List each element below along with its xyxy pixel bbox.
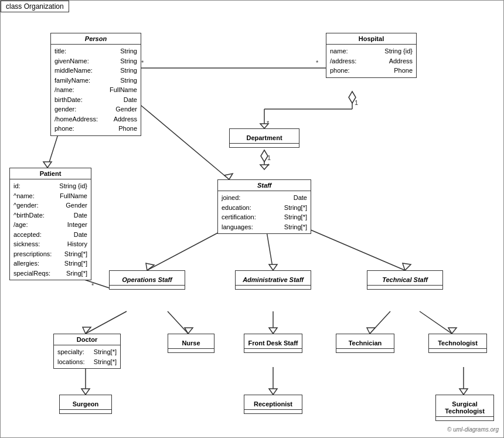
- svg-marker-42: [269, 389, 277, 395]
- department-title: Department: [230, 133, 299, 144]
- svg-marker-30: [83, 327, 91, 334]
- person-title: Person: [51, 33, 141, 45]
- svg-line-35: [370, 311, 390, 334]
- svg-line-29: [86, 311, 127, 334]
- svg-marker-18: [224, 174, 233, 179]
- person-box: Person title:String givenName:String mid…: [50, 33, 141, 136]
- svg-marker-11: [261, 150, 268, 162]
- technical-staff-title: Technical Staff: [367, 274, 442, 286]
- doctor-box: Doctor specialty:String[*] locations:Str…: [53, 334, 121, 369]
- technical-staff-box: Technical Staff: [367, 270, 443, 290]
- doctor-attrs: specialty:String[*] locations:String[*]: [54, 345, 120, 368]
- svg-marker-36: [367, 328, 375, 334]
- svg-marker-12: [260, 165, 268, 169]
- hospital-attrs: name:String {id} /address:Address phone:…: [326, 45, 416, 77]
- svg-marker-4: [260, 124, 268, 128]
- operations-staff-box: Operations Staff: [109, 270, 185, 290]
- svg-text:1: 1: [355, 99, 358, 106]
- patient-box: Patient id:String {id} ^name:FullName ^g…: [9, 168, 91, 280]
- svg-marker-24: [146, 263, 154, 270]
- administrative-staff-box: Administrative Staff: [235, 270, 311, 290]
- svg-marker-34: [269, 328, 277, 334]
- svg-text:1: 1: [267, 154, 271, 161]
- svg-marker-40: [81, 389, 90, 395]
- receptionist-box: Receptionist: [244, 395, 302, 414]
- svg-line-17: [138, 103, 229, 179]
- svg-text:*: *: [316, 59, 319, 66]
- svg-marker-44: [459, 389, 468, 395]
- svg-marker-26: [269, 264, 277, 270]
- nurse-title: Nurse: [168, 338, 214, 349]
- surgical-technologist-box: Surgical Technologist: [435, 395, 494, 421]
- front-desk-staff-title: Front Desk Staff: [244, 338, 302, 349]
- svg-line-31: [168, 311, 188, 334]
- svg-marker-32: [185, 328, 193, 334]
- svg-text:*: *: [141, 59, 144, 66]
- hospital-box: Hospital name:String {id} /address:Addre…: [326, 33, 417, 78]
- nurse-box: Nurse: [168, 334, 214, 353]
- surgeon-box: Surgeon: [59, 395, 112, 414]
- diagram-container: class Organization 1 * * * 1 *: [0, 0, 504, 438]
- svg-line-37: [420, 311, 452, 334]
- svg-marker-3: [349, 91, 356, 103]
- technologist-box: Technologist: [428, 334, 487, 353]
- technician-title: Technician: [336, 338, 394, 349]
- administrative-staff-title: Administrative Staff: [236, 274, 311, 286]
- patient-attrs: id:String {id} ^name:FullName ^gender:Ge…: [10, 179, 91, 280]
- hospital-title: Hospital: [326, 33, 416, 45]
- svg-marker-16: [43, 162, 52, 168]
- staff-attrs: joined:Date education:String[*] certific…: [218, 191, 311, 233]
- staff-box: Staff joined:Date education:String[*] ce…: [217, 179, 311, 234]
- surgeon-title: Surgeon: [60, 399, 111, 410]
- technologist-title: Technologist: [429, 338, 486, 349]
- receptionist-title: Receptionist: [244, 399, 302, 410]
- svg-text:*: *: [267, 120, 270, 127]
- doctor-title: Doctor: [54, 334, 120, 345]
- person-attrs: title:String givenName:String middleName…: [51, 45, 141, 135]
- diagram-title: class Organization: [1, 1, 69, 12]
- watermark: © uml-diagrams.org: [447, 426, 499, 433]
- svg-marker-38: [448, 328, 457, 334]
- svg-text:*: *: [267, 162, 270, 169]
- staff-title: Staff: [218, 180, 311, 191]
- svg-marker-28: [403, 263, 411, 270]
- patient-title: Patient: [10, 168, 91, 179]
- surgical-technologist-title: Surgical Technologist: [436, 399, 493, 417]
- front-desk-staff-box: Front Desk Staff: [244, 334, 302, 353]
- svg-text:*: *: [91, 282, 94, 289]
- operations-staff-title: Operations Staff: [110, 274, 185, 286]
- technician-box: Technician: [336, 334, 394, 353]
- department-box: Department: [229, 128, 299, 148]
